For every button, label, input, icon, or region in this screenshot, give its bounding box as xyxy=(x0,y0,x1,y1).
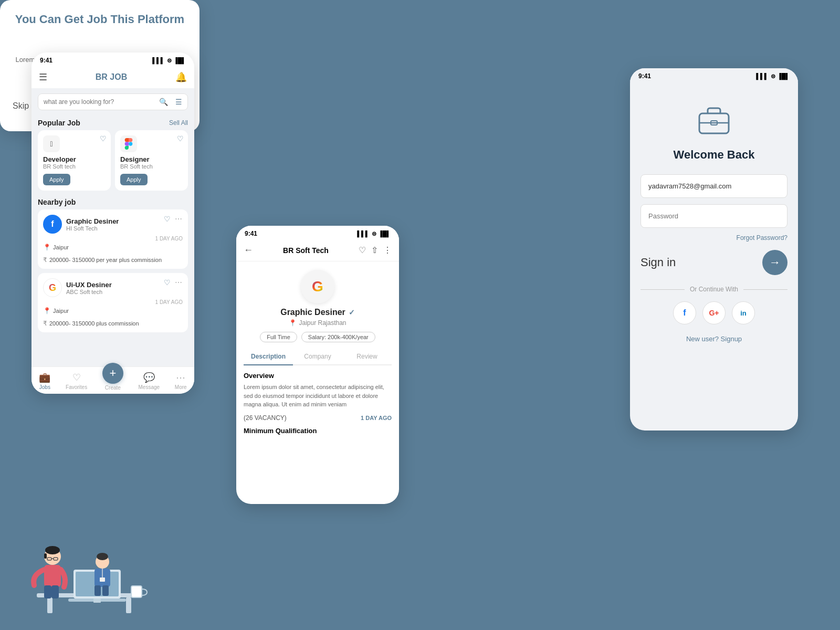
nearby-title: Nearby job xyxy=(38,198,76,206)
onboarding-title: You Can Get Job This Platform xyxy=(13,13,187,26)
login-wifi-icon: ⊜ xyxy=(771,73,775,80)
joblist-phone: 9:41 ▌▌▌ ⊜ ▐█▌ ☰ BR JOB 🔔 🔍 ☰ Popular Jo… xyxy=(32,52,194,394)
email-input[interactable] xyxy=(640,174,788,198)
time-ago-2: 1 DAY AGO xyxy=(43,299,183,305)
job-title-developer: Developer xyxy=(43,155,106,163)
nav-create[interactable]: + Create xyxy=(102,371,123,391)
detail-battery-icon: ▐█▌ xyxy=(379,230,391,237)
login-status-bar: 9:41 ▌▌▌ ⊜ ▐█▌ xyxy=(630,68,798,82)
apple-logo:  xyxy=(43,135,60,152)
nearby-item-uiux: G Ui-UX Desiner ABC Soft tech ♡ ⋯ 1 DAY … xyxy=(38,273,188,332)
favorites-icon: ♡ xyxy=(72,372,81,383)
location-1: Jaipur xyxy=(53,244,69,250)
briefcase-icon xyxy=(693,98,735,140)
login-status-icons: ▌▌▌ ⊜ ▐█▌ xyxy=(756,73,790,80)
heart-nearby-2[interactable]: ♡ xyxy=(164,278,171,287)
detail-more-icon[interactable]: ⋮ xyxy=(383,245,392,255)
tab-description[interactable]: Description xyxy=(244,349,293,365)
min-qual-title: Minimum Qualification xyxy=(244,427,392,435)
sell-all-link[interactable]: Sell All xyxy=(169,119,188,127)
detail-status-icons: ▌▌▌ ⊜ ▐█▌ xyxy=(357,230,391,237)
skip-text[interactable]: Skip xyxy=(13,101,29,111)
svg-rect-16 xyxy=(44,565,61,587)
detail-company-logo: G xyxy=(301,270,334,303)
sign-in-label: Sign in xyxy=(640,256,676,269)
time-ago-1: 1 DAY AGO xyxy=(43,236,183,242)
top-bar: ☰ BR JOB 🔔 xyxy=(32,66,194,88)
tab-company[interactable]: Company xyxy=(293,349,342,364)
detail-job-title: Graphic Desiner ✓ xyxy=(236,308,399,317)
vacancy-count: (26 VACANCY) xyxy=(244,414,287,422)
google-login-button[interactable]: G+ xyxy=(702,301,726,324)
favorite-icon-designer[interactable]: ♡ xyxy=(177,134,184,143)
popular-title: Popular Job xyxy=(38,119,80,127)
nearby-company-1: HI Soft Tech xyxy=(66,225,119,232)
location-icon-2: 📍 xyxy=(43,307,51,314)
nav-jobs[interactable]: 💼 Jobs xyxy=(39,372,50,390)
or-divider: Or Continue With xyxy=(640,286,788,293)
password-input[interactable] xyxy=(640,204,788,228)
favorite-icon-developer[interactable]: ♡ xyxy=(100,134,107,143)
tab-review[interactable]: Review xyxy=(342,349,392,364)
nearby-company-2: ABC Soft tech xyxy=(66,289,112,295)
back-icon[interactable]: ← xyxy=(244,245,253,256)
more-nearby-1[interactable]: ⋯ xyxy=(175,215,183,223)
menu-icon[interactable]: ☰ xyxy=(39,71,47,83)
detail-heart-icon[interactable]: ♡ xyxy=(359,245,366,255)
heart-nearby-1[interactable]: ♡ xyxy=(164,215,171,223)
notification-icon[interactable]: 🔔 xyxy=(175,71,187,83)
linkedin-login-button[interactable]: in xyxy=(732,301,755,324)
illustration xyxy=(21,525,158,620)
detail-phone: 9:41 ▌▌▌ ⊜ ▐█▌ ← BR Soft Tech ♡ ⇧ ⋮ G Gr… xyxy=(236,226,399,504)
fab-create-button[interactable]: + xyxy=(102,363,123,384)
login-phone: 9:41 ▌▌▌ ⊜ ▐█▌ Welcome Back Forgot Passw… xyxy=(630,68,798,430)
facebook-icon: f xyxy=(683,308,686,318)
company-name-designer: BR Soft tech xyxy=(120,163,183,170)
company-name-developer: BR Soft tech xyxy=(43,163,106,170)
linkedin-icon: in xyxy=(740,309,747,317)
status-icons: ▌▌▌ ⊜ ▐█▌ xyxy=(152,57,186,64)
new-user-signup-link[interactable]: New user? Signup xyxy=(686,335,742,343)
nearby-item-graphic: f Graphic Desiner HI Soft Tech ♡ ⋯ 1 DAY… xyxy=(38,209,188,269)
search-icon[interactable]: 🔍 xyxy=(159,98,168,106)
signal-icon: ▌▌▌ xyxy=(152,57,164,64)
app-title: BR JOB xyxy=(96,72,127,82)
detail-company-name: BR Soft Tech xyxy=(283,246,329,255)
status-bar: 9:41 ▌▌▌ ⊜ ▐█▌ xyxy=(32,52,194,66)
salary-1: 200000- 3150000 per year plus commission xyxy=(49,257,162,263)
search-bar[interactable]: 🔍 ☰ xyxy=(38,93,188,110)
apply-developer-button[interactable]: Apply xyxy=(43,174,70,185)
welcome-title: Welcome Back xyxy=(674,148,755,162)
forgot-password-link[interactable]: Forgot Password? xyxy=(737,234,788,242)
svg-rect-18 xyxy=(51,585,59,598)
nav-message[interactable]: 💬 Message xyxy=(139,372,160,390)
nearby-job-title-2: Ui-UX Desiner xyxy=(66,281,112,289)
nav-favorites-label: Favorites xyxy=(66,384,87,390)
job-title-designer: Designer xyxy=(120,155,183,163)
sign-in-row: Sign in → xyxy=(640,250,788,275)
svg-rect-25 xyxy=(102,585,109,596)
detail-location: 📍 Jaipur Rajasthan xyxy=(236,319,399,327)
svg-rect-17 xyxy=(44,585,51,598)
nav-favorites[interactable]: ♡ Favorites xyxy=(66,372,87,390)
svg-rect-5 xyxy=(126,597,131,613)
facebook-login-button[interactable]: f xyxy=(673,301,696,324)
svg-rect-26 xyxy=(131,586,142,597)
detail-tabs: Description Company Review xyxy=(244,349,392,365)
location-icon-1: 📍 xyxy=(43,244,51,251)
filter-icon[interactable]: ☰ xyxy=(175,98,182,106)
message-icon: 💬 xyxy=(143,372,155,383)
svg-point-20 xyxy=(97,553,108,560)
salary-icon-2: ₹ xyxy=(43,320,47,327)
search-input[interactable] xyxy=(44,98,155,106)
sign-in-button[interactable]: → xyxy=(762,250,788,275)
svg-rect-4 xyxy=(47,597,52,613)
apply-designer-button[interactable]: Apply xyxy=(120,174,148,185)
login-body: Welcome Back Forgot Password? Sign in → … xyxy=(630,82,798,353)
nav-more[interactable]: ⋯ More xyxy=(175,372,187,390)
detail-share-icon[interactable]: ⇧ xyxy=(371,245,378,255)
more-nearby-2[interactable]: ⋯ xyxy=(175,278,183,287)
tag-salary: Salary: 200k-400K/year xyxy=(301,332,375,342)
svg-rect-9 xyxy=(93,598,101,603)
tag-fulltime: Full Time xyxy=(260,332,297,342)
